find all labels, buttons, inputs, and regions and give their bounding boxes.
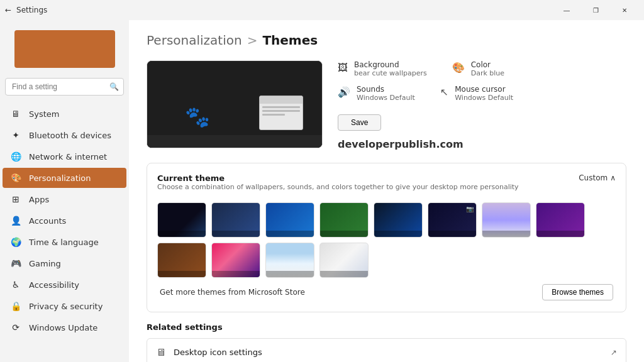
sounds-label: Sounds	[357, 85, 415, 94]
save-button[interactable]: Save	[338, 114, 381, 131]
related-settings-title: Related settings	[147, 322, 626, 332]
desktop-icon-label: Desktop icon settings	[174, 348, 262, 357]
titlebar-left: ← Settings	[5, 6, 47, 14]
sidebar-item-system[interactable]: 🖥 System	[3, 104, 126, 124]
time-icon: 🌍	[10, 237, 21, 247]
current-theme-title: Current theme	[157, 173, 519, 183]
theme-thumbnail[interactable]	[211, 202, 260, 238]
breadcrumb: Personalization > Themes	[147, 33, 626, 48]
minimize-button[interactable]: —	[552, 0, 581, 20]
theme-thumbnail[interactable]	[374, 202, 423, 238]
preview-window	[259, 96, 303, 130]
personalization-icon: 🎨	[10, 173, 21, 183]
sidebar-item-label: System	[29, 109, 59, 119]
store-row: Get more themes from Microsoft Store Bro…	[157, 278, 616, 302]
titlebar: ← Settings — ❐ ✕	[0, 0, 644, 20]
sidebar-item-time[interactable]: 🌍 Time & language	[3, 232, 126, 252]
theme-thumbnail[interactable]	[157, 243, 206, 278]
theme-thumbnail[interactable]	[319, 243, 369, 278]
search-input[interactable]	[5, 78, 124, 96]
sidebar: 🔍 🖥 System ✦ Bluetooth & devices 🌐 Netwo…	[0, 20, 129, 362]
sidebar-item-label: Personalization	[29, 173, 91, 183]
current-theme-desc: Choose a combination of wallpapers, soun…	[157, 183, 519, 191]
sidebar-search-container: 🔍	[5, 78, 124, 96]
avatar	[14, 30, 115, 68]
theme-info: 🖼 Background bear cute wallpapers 🎨 Colo…	[338, 60, 626, 150]
theme-thumbnail[interactable]	[211, 243, 260, 278]
theme-preview-section: 🐾 🖼	[147, 60, 626, 150]
color-label: Color	[471, 60, 504, 69]
accounts-icon: 👤	[10, 216, 21, 226]
mouse-value: Windows Default	[455, 94, 513, 102]
maximize-button[interactable]: ❐	[581, 0, 610, 20]
sidebar-item-label: Bluetooth & devices	[29, 131, 111, 140]
theme-thumbnail[interactable]: 📷	[428, 202, 477, 238]
related-settings: Related settings 🖥 Desktop icon settings…	[147, 322, 626, 362]
desktop-icon-settings-row[interactable]: 🖥 Desktop icon settings ↗	[147, 338, 626, 362]
background-info: 🖼 Background bear cute wallpapers	[338, 60, 427, 77]
apps-icon: ⊞	[10, 194, 21, 204]
preview-taskbar	[147, 135, 322, 148]
chevron-up-icon: ∧	[610, 173, 616, 182]
titlebar-controls: — ❐ ✕	[552, 0, 639, 20]
mouse-info: ↖ Mouse cursor Windows Default	[440, 85, 513, 102]
breadcrumb-separator: >	[247, 33, 258, 48]
external-link-icon: ↗	[611, 348, 617, 357]
desktop-icon: 🖥	[156, 346, 166, 358]
sidebar-item-apps[interactable]: ⊞ Apps	[3, 189, 126, 209]
mouse-icon: ↖	[440, 86, 448, 98]
color-info: 🎨 Color Dark blue	[452, 60, 504, 77]
store-text: Get more themes from Microsoft Store	[160, 288, 305, 297]
theme-thumbnail[interactable]	[265, 202, 314, 238]
sidebar-item-label: Windows Update	[29, 323, 97, 332]
current-theme-card: Current theme Choose a combination of wa…	[147, 163, 626, 312]
background-label: Background	[354, 60, 427, 69]
sounds-value: Windows Default	[357, 94, 415, 102]
titlebar-title: Settings	[16, 6, 47, 14]
sidebar-item-windows-update[interactable]: ⟳ Windows Update	[3, 317, 126, 337]
sidebar-item-label: Time & language	[29, 238, 99, 247]
search-icon: 🔍	[109, 82, 119, 91]
sidebar-item-accounts[interactable]: 👤 Accounts	[3, 211, 126, 231]
browse-themes-button[interactable]: Browse themes	[542, 284, 613, 300]
system-icon: 🖥	[10, 109, 21, 119]
theme-info-row-2: 🔊 Sounds Windows Default ↖ Mouse cursor …	[338, 85, 626, 102]
theme-preview-image: 🐾	[147, 60, 323, 148]
preview-bear-icon: 🐾	[185, 105, 210, 129]
network-icon: 🌐	[10, 151, 21, 162]
gaming-icon: 🎮	[10, 258, 21, 268]
sidebar-item-network[interactable]: 🌐 Network & internet	[3, 146, 126, 167]
theme-thumbnail[interactable]	[482, 202, 531, 238]
theme-thumbnail[interactable]	[319, 202, 369, 238]
theme-thumbnail[interactable]: Meteor Showers, 18 images	[157, 202, 206, 238]
privacy-icon: 🔒	[10, 301, 21, 311]
sidebar-item-accessibility[interactable]: ♿ Accessibility	[3, 275, 126, 295]
sidebar-item-label: Apps	[29, 195, 49, 204]
sidebar-item-gaming[interactable]: 🎮 Gaming	[3, 253, 126, 273]
sounds-info: 🔊 Sounds Windows Default	[338, 85, 415, 102]
app-body: 🔍 🖥 System ✦ Bluetooth & devices 🌐 Netwo…	[0, 20, 644, 362]
theme-thumbnail[interactable]	[536, 202, 585, 238]
theme-info-row-1: 🖼 Background bear cute wallpapers 🎨 Colo…	[338, 60, 626, 77]
theme-grid: Meteor Showers, 18 images	[157, 202, 616, 278]
theme-card-header: Current theme Choose a combination of wa…	[157, 173, 616, 200]
sidebar-item-personalization[interactable]: 🎨 Personalization	[3, 168, 126, 188]
back-icon[interactable]: ←	[5, 6, 11, 14]
background-icon: 🖼	[338, 62, 348, 74]
sidebar-item-label: Privacy & security	[29, 302, 103, 311]
sidebar-item-label: Accessibility	[29, 280, 79, 290]
dropdown-label: Custom	[579, 173, 608, 182]
sidebar-item-privacy[interactable]: 🔒 Privacy & security	[3, 296, 126, 316]
sidebar-item-bluetooth[interactable]: ✦ Bluetooth & devices	[3, 125, 126, 145]
breadcrumb-current: Themes	[262, 33, 318, 48]
background-value: bear cute wallpapers	[354, 69, 427, 77]
bluetooth-icon: ✦	[10, 130, 21, 140]
sidebar-item-label: Gaming	[29, 259, 61, 268]
close-button[interactable]: ✕	[610, 0, 639, 20]
breadcrumb-parent[interactable]: Personalization	[147, 33, 242, 48]
sidebar-item-label: Accounts	[29, 216, 66, 226]
theme-thumbnail[interactable]	[265, 243, 314, 278]
watermark: developerpublish.com	[338, 138, 626, 150]
theme-dropdown[interactable]: Custom ∧	[579, 173, 616, 182]
mouse-label: Mouse cursor	[455, 85, 513, 94]
